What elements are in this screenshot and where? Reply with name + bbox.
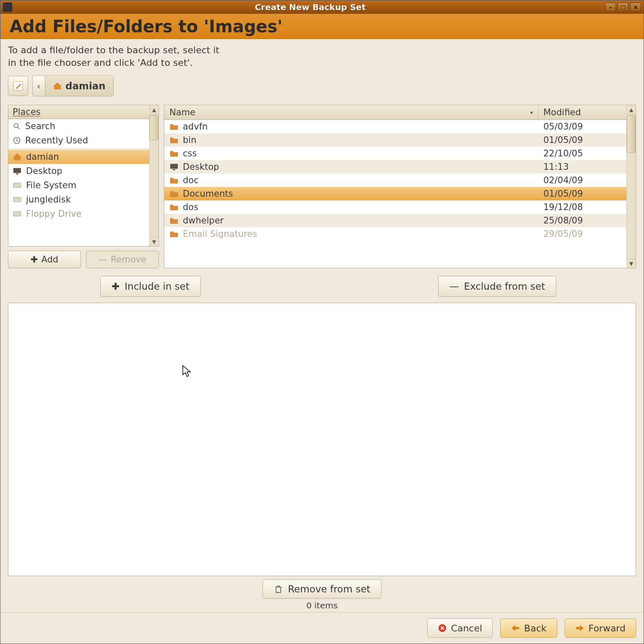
drive-icon	[13, 182, 22, 189]
scroll-down-icon[interactable]: ▼	[627, 259, 636, 268]
window-title: Create New Backup Set	[16, 2, 605, 12]
file-row[interactable]: css22/10/05	[164, 147, 626, 160]
column-header-modified[interactable]: Modified	[538, 105, 626, 119]
minus-icon: —	[449, 281, 459, 292]
plus-icon: ✚	[112, 281, 119, 292]
file-name-cell: doc	[164, 174, 538, 187]
file-name-cell: dos	[164, 200, 538, 214]
cancel-button[interactable]: Cancel	[427, 618, 493, 638]
places-scrollbar[interactable]: ▲ ▼	[149, 105, 158, 246]
back-button[interactable]: Back	[500, 618, 557, 638]
file-name: advfn	[183, 122, 208, 132]
exclude-from-set-button[interactable]: — Exclude from set	[438, 276, 556, 297]
places-item-recently-used[interactable]: Recently Used	[8, 133, 149, 148]
file-row[interactable]: advfn05/03/09	[164, 120, 626, 133]
scroll-thumb[interactable]	[627, 115, 636, 153]
trash-icon	[274, 584, 283, 594]
svg-rect-8	[170, 164, 178, 169]
file-row[interactable]: bin01/05/09	[164, 133, 626, 147]
file-modified-cell: 01/05/09	[538, 133, 626, 147]
places-item-jungledisk[interactable]: jungledisk	[8, 192, 149, 207]
file-name-cell: dwhelper	[164, 214, 538, 227]
scroll-up-icon[interactable]: ▲	[627, 105, 636, 114]
file-name: doc	[183, 175, 199, 185]
app-icon	[3, 3, 12, 12]
svg-point-1	[14, 124, 18, 128]
file-modified-cell: 05/03/09	[538, 120, 626, 133]
svg-rect-6	[13, 197, 21, 202]
path-back-button[interactable]: ‹	[33, 76, 45, 96]
close-button[interactable]: ×	[630, 3, 641, 12]
desktop-icon	[13, 167, 22, 175]
page-title: Add Files/Folders to 'Images'	[10, 17, 283, 36]
file-name: Email Signatures	[183, 229, 257, 239]
places-item-search[interactable]: Search	[8, 119, 149, 133]
places-box: Places SearchRecently UseddamianDesktopF…	[8, 105, 159, 247]
desktop-icon	[169, 163, 179, 171]
file-row[interactable]: doc02/04/09	[164, 174, 626, 187]
minus-icon: —	[99, 254, 107, 265]
places-header[interactable]: Places	[8, 105, 149, 119]
places-item-damian[interactable]: damian	[8, 150, 149, 164]
body-area: To add a file/folder to the backup set, …	[0, 39, 644, 612]
maximize-button[interactable]: ▢	[618, 3, 628, 12]
arrow-left-icon	[511, 624, 520, 632]
cancel-icon	[438, 623, 447, 633]
backup-set-contents[interactable]	[8, 303, 636, 576]
file-list: Name ▾ Modified advfn05/03/09bin01/05/09…	[164, 105, 626, 268]
file-list-headers: Name ▾ Modified	[164, 105, 626, 120]
places-buttons: ✚ Add — Remove	[8, 251, 159, 268]
file-row[interactable]: Email Signatures29/05/09	[164, 227, 626, 241]
file-chooser: Places SearchRecently UseddamianDesktopF…	[8, 105, 636, 268]
file-row[interactable]: Desktop11:13	[164, 160, 626, 174]
folder-icon	[169, 203, 179, 211]
include-in-set-button[interactable]: ✚ Include in set	[100, 276, 201, 297]
file-name-cell: Desktop	[164, 160, 538, 174]
file-name: css	[183, 148, 197, 158]
file-name: bin	[183, 135, 196, 145]
drive-icon	[13, 210, 22, 217]
file-modified-cell: 29/05/09	[538, 227, 626, 241]
recent-icon	[13, 136, 21, 145]
forward-button[interactable]: Forward	[565, 618, 636, 638]
file-name-cell: Documents	[164, 187, 538, 200]
folder-icon	[169, 136, 179, 144]
scroll-thumb[interactable]	[150, 115, 158, 140]
file-name: dos	[183, 202, 198, 212]
add-place-label: Add	[41, 254, 58, 265]
folder-icon	[169, 190, 179, 197]
cancel-label: Cancel	[451, 623, 483, 634]
filelist-scrollbar[interactable]: ▲ ▼	[626, 105, 636, 268]
instruction-line-2: in the file chooser and click 'Add to se…	[8, 57, 193, 68]
minimize-button[interactable]: –	[605, 3, 616, 12]
breadcrumb-current[interactable]: damian	[45, 76, 113, 96]
svg-rect-7	[13, 212, 21, 216]
svg-rect-4	[16, 174, 18, 175]
place-label: Floppy Drive	[26, 209, 82, 219]
scroll-down-icon[interactable]: ▼	[150, 237, 158, 246]
column-header-name[interactable]: Name ▾	[164, 105, 538, 119]
file-modified-cell: 02/04/09	[538, 174, 626, 187]
svg-rect-5	[13, 183, 21, 188]
edit-path-button[interactable]	[8, 76, 28, 96]
status-items-count: 0 items	[306, 600, 338, 610]
file-name: Documents	[183, 189, 233, 199]
exclude-label: Exclude from set	[464, 281, 545, 292]
places-item-file-system[interactable]: File System	[8, 178, 149, 192]
file-row[interactable]: dwhelper25/08/09	[164, 214, 626, 227]
add-place-button[interactable]: ✚ Add	[8, 251, 81, 268]
breadcrumb-label: damian	[65, 80, 106, 91]
remove-from-set-button[interactable]: Remove from set	[262, 579, 382, 599]
svg-rect-9	[173, 169, 175, 171]
page-header: Add Files/Folders to 'Images'	[0, 14, 644, 39]
file-row[interactable]: dos19/12/08	[164, 200, 626, 214]
place-label: Search	[25, 121, 55, 131]
remove-bar: Remove from set 0 items	[8, 576, 636, 612]
place-label: jungledisk	[26, 195, 71, 205]
scroll-up-icon[interactable]: ▲	[150, 105, 158, 114]
places-item-desktop[interactable]: Desktop	[8, 164, 149, 178]
folder-icon	[169, 150, 179, 157]
folder-icon	[169, 123, 179, 130]
file-row[interactable]: Documents01/05/09	[164, 187, 626, 200]
file-modified-cell: 01/05/09	[538, 187, 626, 200]
